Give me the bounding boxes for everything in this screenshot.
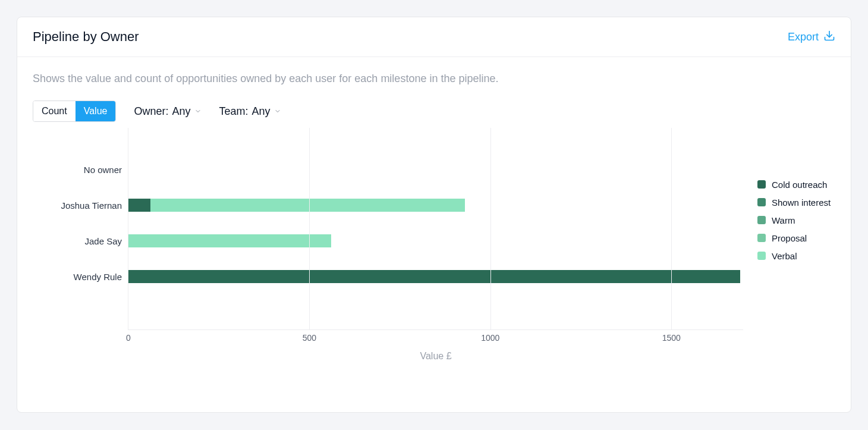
- chart-y-label: Wendy Rule: [33, 259, 128, 294]
- chart-y-labels: No ownerJoshua TiernanJade SayWendy Rule: [33, 128, 128, 294]
- chevron-down-icon: [274, 105, 281, 112]
- team-filter-value: Any: [252, 105, 271, 118]
- chart-legend: Cold outreachShown interestWarmProposalV…: [757, 128, 831, 265]
- export-label: Export: [788, 31, 819, 43]
- legend-label: Proposal: [772, 233, 807, 243]
- panel-body: Shows the value and count of opportuniti…: [17, 57, 851, 128]
- legend-label: Cold outreach: [772, 180, 827, 190]
- chart-bar-segment: [150, 199, 466, 212]
- chart-gridline: [490, 128, 491, 329]
- toggle-value[interactable]: Value: [76, 101, 116, 121]
- chart-y-label: Joshua Tiernan: [33, 187, 128, 223]
- controls-row: Count Value Owner: Any Team: Any: [33, 101, 835, 122]
- export-button[interactable]: Export: [788, 30, 835, 45]
- chart-x-tick: 0: [126, 333, 131, 343]
- team-filter-label: Team:: [219, 105, 249, 118]
- legend-label: Warm: [772, 215, 795, 225]
- chart-x-ticks: 050010001500: [128, 329, 743, 341]
- chevron-down-icon: [194, 105, 202, 112]
- chart-bar-segment: [128, 270, 740, 283]
- chart-y-label: No owner: [33, 152, 128, 187]
- chart-bar-row: [128, 259, 743, 294]
- chart-gridline: [309, 128, 310, 329]
- report-description: Shows the value and count of opportuniti…: [33, 73, 835, 85]
- legend-item: Verbal: [757, 247, 831, 265]
- legend-swatch: [757, 216, 766, 224]
- page-title: Pipeline by Owner: [33, 29, 139, 45]
- legend-swatch: [757, 198, 766, 206]
- chart-bar-row: [128, 152, 743, 187]
- legend-label: Shown interest: [772, 197, 831, 208]
- download-icon: [823, 30, 835, 45]
- chart-x-tick: 500: [303, 333, 316, 343]
- legend-item: Proposal: [757, 229, 831, 247]
- chart-x-title: Value £: [128, 351, 743, 362]
- legend-swatch: [757, 234, 766, 242]
- legend-item: Warm: [757, 211, 831, 229]
- chart-gridline: [671, 128, 672, 329]
- chart-container: No ownerJoshua TiernanJade SayWendy Rule…: [17, 128, 851, 412]
- chart-bar-segment: [128, 234, 331, 247]
- team-filter[interactable]: Team: Any: [219, 105, 281, 118]
- count-value-toggle: Count Value: [33, 101, 116, 122]
- chart-bar-row: [128, 223, 743, 259]
- legend-swatch: [757, 180, 766, 189]
- legend-swatch: [757, 252, 766, 260]
- panel-header: Pipeline by Owner Export: [17, 17, 851, 57]
- chart-plot: 050010001500 Value £: [128, 128, 743, 330]
- report-panel: Pipeline by Owner Export Shows the value…: [17, 17, 851, 413]
- chart-bar-segment: [128, 199, 150, 212]
- chart-x-tick: 1000: [481, 333, 499, 343]
- chart-x-tick: 1500: [662, 333, 681, 343]
- chart-bars: [128, 128, 743, 294]
- legend-item: Cold outreach: [757, 175, 831, 193]
- legend-label: Verbal: [772, 251, 797, 261]
- toggle-count[interactable]: Count: [33, 101, 76, 121]
- owner-filter[interactable]: Owner: Any: [134, 105, 201, 118]
- legend-item: Shown interest: [757, 193, 831, 211]
- chart-bar-row: [128, 187, 743, 223]
- owner-filter-value: Any: [172, 105, 190, 118]
- owner-filter-label: Owner:: [134, 105, 168, 118]
- chart-y-label: Jade Say: [33, 223, 128, 259]
